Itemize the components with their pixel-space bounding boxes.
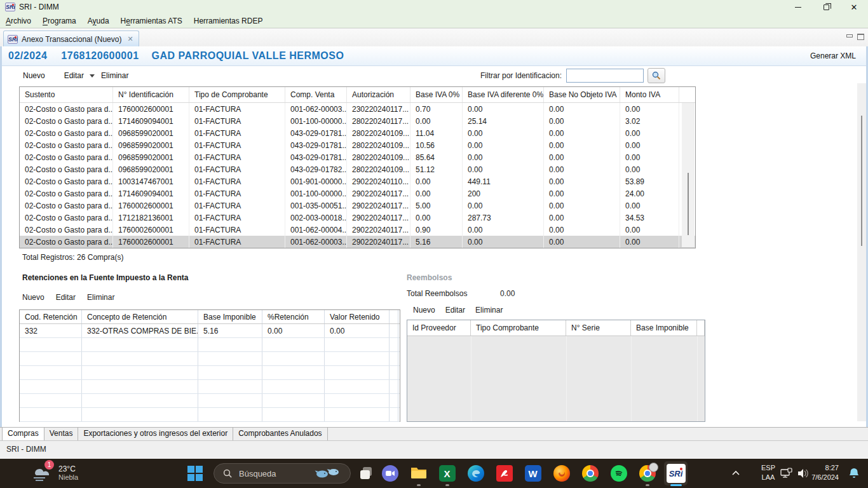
column-header[interactable]: N° Serie — [566, 320, 631, 336]
compras-row[interactable]: 02-Costo o Gasto para d...17600026000010… — [20, 224, 695, 236]
compras-nuevo-button[interactable]: Nuevo — [23, 71, 45, 80]
notification-bell-icon[interactable] — [848, 467, 860, 480]
menu-ayuda[interactable]: Ayuda — [82, 17, 115, 25]
taskbar-icon-excel[interactable]: X — [433, 459, 461, 488]
compras-row[interactable]: 02-Costo o Gasto para d...17600026000010… — [20, 200, 695, 212]
column-header[interactable]: Tipo de Comprobante — [189, 87, 285, 102]
compras-table-scrollbar[interactable] — [682, 103, 695, 247]
status-bar: SRI - DIMM — [0, 440, 868, 459]
restore-button[interactable] — [812, 0, 840, 14]
column-header[interactable]: Sustento — [20, 87, 113, 102]
taskbar-icon-sri-dimm[interactable]: SRi — [661, 459, 690, 488]
bottom-tab-comprobantes[interactable]: Comprobantes Anulados — [233, 428, 327, 440]
compras-row[interactable]: 02-Costo o Gasto para d...17146090940010… — [20, 187, 695, 200]
taskbar-icon-file-explorer[interactable] — [404, 459, 433, 488]
column-header[interactable] — [697, 320, 705, 336]
column-header[interactable]: Concepto de Retención — [82, 310, 198, 323]
volume-icon[interactable] — [797, 468, 810, 479]
task-view-button[interactable] — [359, 466, 374, 481]
column-header[interactable]: Id Proveedor — [407, 320, 471, 336]
column-header[interactable]: Valor Retenido — [325, 310, 390, 323]
language-indicator[interactable]: ESP LAA — [761, 463, 775, 482]
start-button[interactable] — [187, 466, 203, 481]
tab-anexo-transaccional[interactable]: SRi Anexo Transaccional (Nuevo) ✕ — [3, 30, 139, 47]
compras-editar-button[interactable]: Editar — [64, 71, 84, 80]
cell — [325, 380, 390, 393]
compras-row[interactable]: 02-Costo o Gasto para d...09685990200010… — [20, 139, 695, 151]
compras-row[interactable]: 02-Costo o Gasto para d...10031474670010… — [20, 175, 695, 187]
close-button[interactable]: ✕ — [840, 0, 868, 14]
compras-row[interactable]: 02-Costo o Gasto para d...17121821360010… — [20, 212, 695, 224]
editar-dropdown-icon[interactable] — [90, 74, 95, 78]
reembolsos-eliminar-button[interactable]: Eliminar — [475, 306, 503, 315]
compras-row[interactable]: 02-Costo o Gasto para d...09685990200010… — [20, 127, 695, 139]
filter-input[interactable] — [566, 69, 644, 83]
taskbar-icon-edge[interactable] — [461, 459, 490, 488]
retenciones-nuevo-button[interactable]: Nuevo — [22, 293, 44, 302]
cell: 01-FACTURA — [189, 175, 285, 187]
compras-row[interactable]: 02-Costo o Gasto para d...17146090940010… — [20, 115, 695, 127]
cell: 0.00 — [620, 139, 679, 151]
column-header[interactable]: N° Identificación — [113, 87, 189, 102]
column-header[interactable]: Comp. Venta — [285, 87, 347, 102]
weather-widget[interactable]: 1 23°C Niebla — [29, 462, 78, 484]
column-header[interactable]: Base IVA 0% — [410, 87, 463, 102]
column-header[interactable]: Base Imponible — [198, 310, 262, 323]
window-scrollbar[interactable] — [857, 83, 866, 421]
menu-herramientas-rdep[interactable]: Herramientas RDEP — [188, 17, 269, 25]
view-minimize-icon[interactable] — [846, 34, 853, 40]
view-maximize-icon[interactable] — [857, 34, 864, 40]
retenciones-row[interactable]: 332332-OTRAS COMPRAS DE BIE...5.160.000.… — [20, 324, 400, 338]
reembolsos-editar-button[interactable]: Editar — [445, 306, 465, 315]
compras-row[interactable]: 02-Costo o Gasto para d...09685990200010… — [20, 163, 695, 175]
cell: 0.00 — [544, 127, 620, 139]
menu-programa[interactable]: Programa — [37, 17, 82, 25]
empty-row — [20, 394, 400, 408]
bottom-tab-ventas[interactable]: Ventas — [44, 428, 79, 440]
taskbar-icon-firefox[interactable] — [547, 459, 576, 488]
column-header[interactable]: Tipo Comprobante — [471, 320, 566, 336]
bottom-tab-compras[interactable]: Compras — [2, 428, 44, 440]
search-highlight-whales-icon — [315, 466, 341, 480]
bottom-tab-exportaciones[interactable]: Exportaciones y otros ingresos del exter… — [78, 428, 233, 440]
menu-archivo[interactable]: Archivo — [0, 17, 37, 25]
declaration-period: 02/2024 — [8, 50, 47, 62]
reembolsos-nuevo-button[interactable]: Nuevo — [413, 306, 435, 315]
window-scrollbar-thumb[interactable] — [861, 116, 862, 246]
taskbar-icon-chrome[interactable] — [576, 459, 604, 488]
compras-row[interactable]: 02-Costo o Gasto para d...17600026000010… — [20, 103, 695, 115]
file-explorer-icon — [410, 465, 427, 482]
column-header[interactable]: Monto IVA — [620, 87, 679, 102]
network-icon[interactable] — [780, 468, 793, 479]
compras-row[interactable]: 02-Costo o Gasto para d...09685990200010… — [20, 151, 695, 163]
column-header[interactable]: Cod. Retención — [20, 310, 82, 323]
tray-chevron-icon[interactable] — [731, 468, 741, 478]
tab-close-icon[interactable]: ✕ — [127, 35, 133, 43]
generar-xml-button[interactable]: Generar XML — [810, 51, 856, 60]
taskbar-search[interactable]: Búsqueda — [214, 463, 351, 484]
retenciones-editar-button[interactable]: Editar — [56, 293, 76, 302]
scrollbar-thumb[interactable] — [688, 173, 689, 235]
menu-herramientas-ats[interactable]: Herramientas ATS — [115, 17, 188, 25]
column-header[interactable]: %Retención — [262, 310, 325, 323]
taskbar-icon-pdf-reader[interactable] — [490, 459, 519, 488]
taskbar-icon-zoom-app[interactable] — [376, 459, 404, 488]
retenciones-eliminar-button[interactable]: Eliminar — [87, 293, 114, 302]
minimize-button[interactable] — [784, 0, 812, 14]
column-header[interactable]: Base IVA diferente 0% — [463, 87, 544, 102]
filter-search-button[interactable] — [648, 68, 665, 83]
compras-eliminar-button[interactable]: Eliminar — [101, 71, 128, 80]
column-header[interactable]: Base No Objeto IVA — [544, 87, 620, 102]
taskbar-icon-spotify[interactable] — [604, 459, 633, 488]
clock[interactable]: 8:27 7/6/2024 — [811, 463, 839, 482]
compras-row[interactable]: 02-Costo o Gasto para d...17600026000010… — [20, 236, 695, 248]
cell: 02-Costo o Gasto para d... — [20, 127, 113, 139]
cell — [20, 380, 82, 393]
column-header[interactable] — [390, 310, 398, 323]
editor-tab-strip: SRi Anexo Transaccional (Nuevo) ✕ — [0, 28, 868, 46]
column-header[interactable]: Base Imponible — [631, 320, 697, 336]
column-header[interactable]: Autorización — [347, 87, 410, 102]
taskbar-icon-chrome-profile[interactable] — [633, 459, 661, 488]
column-separator — [471, 336, 471, 421]
taskbar-icon-word[interactable]: W — [519, 459, 547, 488]
